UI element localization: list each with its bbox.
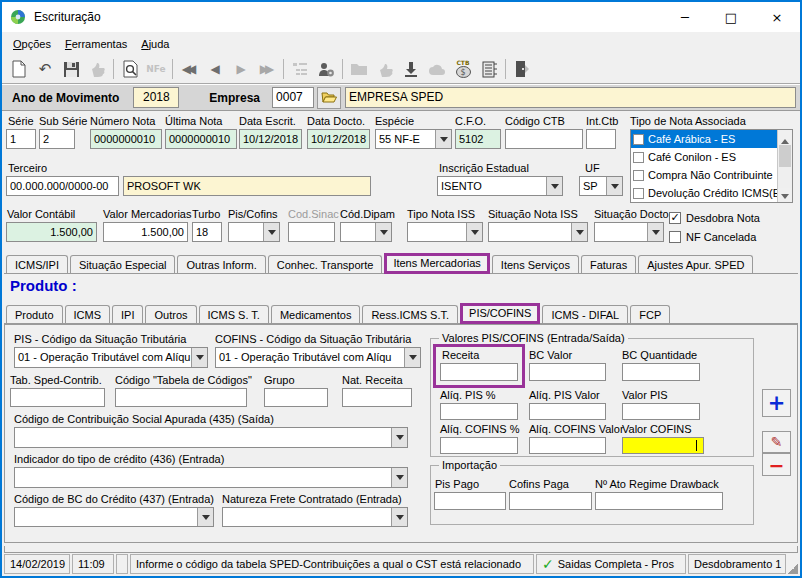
sub-serie-input[interactable]: 2 bbox=[39, 129, 75, 149]
tipo-nota-associada-listbox[interactable]: Café Arábica - ES Café Conilon - ES Comp… bbox=[630, 129, 793, 203]
scroll-up-icon[interactable] bbox=[778, 130, 792, 144]
bc-quantidade-input[interactable] bbox=[622, 363, 700, 381]
tab-pis-cofins[interactable]: PIS/COFINS bbox=[460, 303, 540, 324]
tab-icms-difal[interactable]: ICMS - DIFAL bbox=[542, 305, 628, 323]
terceiro-name-input[interactable]: PROSOFT WK bbox=[123, 176, 371, 196]
tab-outros[interactable]: Outros bbox=[145, 305, 196, 323]
tipo-nota-iss-combo[interactable] bbox=[407, 222, 483, 242]
menu-ferramentas[interactable]: Ferramentas bbox=[58, 36, 134, 52]
remove-button[interactable]: − bbox=[762, 453, 791, 476]
scroll-thumb[interactable] bbox=[779, 145, 791, 167]
chevron-down-icon[interactable] bbox=[647, 223, 663, 241]
chevron-down-icon[interactable] bbox=[197, 508, 213, 526]
item-checkbox[interactable] bbox=[633, 134, 644, 145]
desdobra-nota-checkbox[interactable]: ✓ Desdobra Nota bbox=[669, 212, 760, 224]
item-checkbox[interactable] bbox=[633, 188, 644, 199]
cfo-input[interactable]: 5102 bbox=[455, 129, 501, 149]
chevron-down-icon[interactable] bbox=[391, 468, 407, 487]
valor-mercadorias-input[interactable]: 1.500,00 bbox=[103, 222, 188, 242]
chevron-down-icon[interactable] bbox=[435, 130, 451, 148]
aliq-cofins-valor-input[interactable] bbox=[529, 437, 606, 454]
undo-icon[interactable]: ↶ bbox=[32, 58, 58, 80]
tab-itens-servicos[interactable]: Itens Serviços bbox=[492, 255, 579, 273]
scrollbar[interactable] bbox=[777, 130, 792, 202]
situacao-docto-combo[interactable] bbox=[594, 222, 664, 242]
tab-produto[interactable]: Produto bbox=[6, 305, 63, 323]
tab-icms-ipi[interactable]: ICMS/IPI bbox=[6, 255, 68, 273]
nav-next-icon[interactable]: ▶ bbox=[228, 58, 254, 80]
add-button[interactable]: + bbox=[762, 389, 791, 417]
list-item[interactable]: Devolução Crédito ICMS(E bbox=[631, 184, 792, 202]
ctb-coin-icon[interactable]: CTB $ bbox=[450, 58, 476, 80]
scroll-down-icon[interactable] bbox=[778, 188, 792, 202]
codigo-ctb-input[interactable] bbox=[505, 129, 583, 149]
uf-combo[interactable]: SP bbox=[579, 176, 623, 196]
menu-opcoes[interactable]: Opções bbox=[6, 36, 58, 52]
company-code-input[interactable]: 0007 bbox=[272, 87, 314, 108]
tab-outras-inform[interactable]: Outras Inform. bbox=[177, 255, 265, 273]
tab-situacao-especial[interactable]: Situação Especial bbox=[70, 255, 175, 273]
close-button[interactable]: × bbox=[754, 2, 800, 32]
pis-cst-combo[interactable]: 01 - Operação Tributável com Alíqu bbox=[14, 347, 208, 368]
chevron-down-icon[interactable] bbox=[466, 223, 482, 241]
tab-ipi[interactable]: IPI bbox=[112, 305, 143, 323]
resize-grip[interactable] bbox=[788, 564, 798, 574]
ultima-nota-input[interactable]: 0000000010 bbox=[165, 129, 237, 149]
item-checkbox[interactable] bbox=[633, 152, 644, 163]
save-icon[interactable] bbox=[58, 58, 84, 80]
aliq-cofins-input[interactable] bbox=[440, 437, 518, 454]
print-preview-icon[interactable] bbox=[117, 58, 143, 80]
nav-last-icon[interactable]: ▶▶ bbox=[254, 58, 280, 80]
checkbox-icon[interactable]: ✓ bbox=[669, 212, 681, 224]
list-item[interactable]: Café Arábica - ES bbox=[631, 130, 792, 148]
turbo-input[interactable]: 18 bbox=[192, 222, 222, 242]
nat-frete-combo[interactable] bbox=[222, 507, 408, 527]
numero-nota-input[interactable]: 0000000010 bbox=[90, 129, 162, 149]
bc-valor-input[interactable] bbox=[529, 363, 606, 381]
data-escrit-input[interactable]: 10/12/2018 bbox=[239, 129, 302, 149]
pis-pago-input[interactable] bbox=[434, 492, 506, 510]
cofins-cst-combo[interactable]: 01 - Operação Tributável com Alíqu bbox=[215, 347, 421, 368]
nav-previous-icon[interactable]: ◀ bbox=[202, 58, 228, 80]
chevron-down-icon[interactable] bbox=[191, 348, 207, 367]
minimize-button[interactable]: ─ bbox=[662, 2, 708, 32]
chevron-down-icon[interactable] bbox=[546, 177, 562, 195]
exit-door-icon[interactable] bbox=[509, 58, 535, 80]
import-stamp-icon[interactable] bbox=[398, 58, 424, 80]
tab-ajustes-apur-sped[interactable]: Ajustes Apur. SPED bbox=[638, 255, 753, 273]
user-settings-icon[interactable] bbox=[313, 58, 339, 80]
tab-conhec-transporte[interactable]: Conhec. Transporte bbox=[268, 255, 383, 273]
tab-icms-st[interactable]: ICMS S. T. bbox=[199, 305, 269, 323]
chevron-down-icon[interactable] bbox=[263, 223, 279, 241]
edit-pencil-button[interactable]: ✎ bbox=[762, 431, 791, 453]
chevron-down-icon[interactable] bbox=[375, 223, 391, 241]
chevron-down-icon[interactable] bbox=[391, 508, 407, 526]
valor-pis-input[interactable] bbox=[622, 403, 700, 420]
nf-cancelada-checkbox[interactable]: NF Cancelada bbox=[669, 231, 756, 243]
item-checkbox[interactable] bbox=[633, 170, 644, 181]
serie-input[interactable]: 1 bbox=[6, 129, 36, 149]
year-input[interactable]: 2018 bbox=[133, 87, 179, 108]
especie-combo[interactable]: 55 NF-E bbox=[375, 129, 452, 149]
nav-first-icon[interactable]: ◀◀ bbox=[176, 58, 202, 80]
ledger-icon[interactable] bbox=[476, 58, 502, 80]
tab-fcp[interactable]: FCP bbox=[630, 305, 670, 323]
list-item[interactable]: Café Conilon - ES bbox=[631, 148, 792, 166]
nat-receita-input[interactable] bbox=[342, 388, 412, 407]
drawback-input[interactable] bbox=[595, 492, 723, 510]
valor-contabil-input[interactable]: 1.500,00 bbox=[6, 222, 97, 242]
chevron-down-icon[interactable] bbox=[571, 223, 587, 241]
chevron-down-icon[interactable] bbox=[391, 428, 407, 447]
maximize-button[interactable]: □ bbox=[708, 2, 754, 32]
cod-437-combo[interactable] bbox=[14, 507, 214, 527]
valor-cofins-input[interactable] bbox=[622, 437, 704, 454]
codigo-tabela-input[interactable] bbox=[115, 388, 247, 407]
menu-ajuda[interactable]: Ajuda bbox=[134, 36, 176, 52]
cod-dipam-combo[interactable] bbox=[340, 222, 392, 242]
ind-436-combo[interactable] bbox=[14, 467, 408, 488]
new-document-icon[interactable] bbox=[6, 58, 32, 80]
tab-faturas[interactable]: Faturas bbox=[581, 255, 636, 273]
list-item[interactable]: Compra Não Contribuinte bbox=[631, 166, 792, 184]
cofins-paga-input[interactable] bbox=[509, 492, 592, 510]
tab-sped-input[interactable] bbox=[10, 388, 105, 407]
